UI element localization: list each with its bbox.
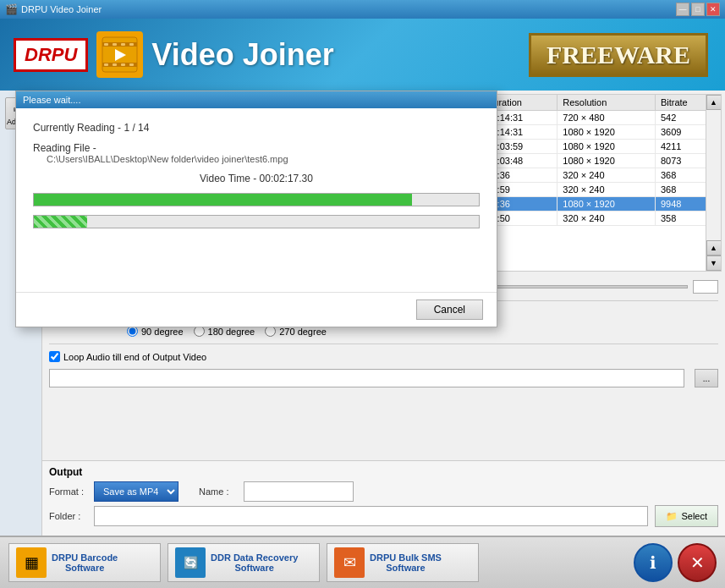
audio-browse-button[interactable]: ... [695, 369, 718, 387]
cell-resolution: 1080 × 1920 [557, 140, 656, 154]
output-format-row: Format : Save as MP4 Name : video_joiner… [49, 481, 718, 502]
freeware-badge: FREEWARE [529, 33, 708, 77]
svg-rect-7 [104, 63, 108, 66]
name-label: Name : [199, 486, 237, 497]
cell-resolution: 320 × 240 [557, 183, 656, 197]
svg-rect-4 [113, 43, 117, 46]
title-bar-icon: 🎬 [5, 3, 18, 15]
film-icon [96, 31, 143, 78]
cell-resolution: 320 × 240 [557, 168, 656, 183]
title-bar: 🎬 DRPU Video Joiner — □ ✕ [0, 0, 725, 19]
svg-rect-6 [129, 43, 134, 46]
degree180-label: 180 degree [208, 327, 255, 337]
audio-row: Loop Audio till end of Output Video [49, 349, 718, 364]
footer-app-sms[interactable]: ✉ DRPU Bulk SMSSoftware [327, 543, 479, 582]
output-section: Output Format : Save as MP4 Name : video… [42, 460, 725, 536]
degree90-label: 90 degree [141, 327, 184, 337]
cell-resolution: 1080 × 1920 [557, 197, 656, 212]
modal-footer: Cancel [16, 292, 497, 327]
sms-icon: ✉ [334, 547, 365, 578]
svg-rect-8 [113, 63, 117, 66]
minimize-button[interactable]: — [676, 3, 689, 16]
modal-title: Please wait.... [23, 95, 80, 105]
select-label: Select [681, 511, 707, 521]
modal-content: Currently Reading - 1 / 14 Reading File … [16, 108, 497, 292]
header: DRPU Video Joiner FREEWARE [0, 19, 725, 91]
output-title: Output [49, 466, 718, 478]
modal-title-bar: Please wait.... [16, 91, 497, 108]
title-bar-text: DRPU Video Joiner [21, 4, 102, 14]
folder-input[interactable]: C:\Users\IBALL\Desktop\New folder\video … [94, 506, 648, 526]
cancel-button[interactable]: Cancel [416, 299, 483, 320]
slider-value-input[interactable]: 25 [693, 280, 718, 294]
degree270-label: 270 degree [279, 327, 327, 337]
svg-rect-3 [104, 43, 108, 46]
app-title: Video Joiner [151, 37, 333, 73]
output-folder-row: Folder : C:\Users\IBALL\Desktop\New fold… [49, 505, 718, 527]
cell-resolution: 1080 × 1920 [557, 125, 656, 140]
col-resolution: Resolution [557, 95, 656, 111]
footer-app-barcode[interactable]: ▦ DRPU BarcodeSoftware [8, 543, 161, 582]
scroll-up2-button[interactable]: ▲ [706, 240, 722, 256]
loop-audio-checkbox[interactable] [49, 351, 60, 362]
video-time: Video Time - 00:02:17.30 [33, 173, 480, 184]
scroll-down-button[interactable]: ▼ [706, 256, 722, 271]
reading-text: Currently Reading - 1 / 14 [33, 122, 480, 134]
footer: ▦ DRPU BarcodeSoftware 🔄 DDR Data Recove… [0, 536, 725, 588]
folder-label: Folder : [49, 511, 87, 521]
scrollbar: ▲ ▲ ▼ [706, 95, 721, 271]
progress-dialog: Please wait.... Currently Reading - 1 / … [15, 91, 497, 327]
progress-bar-1 [33, 193, 480, 206]
progress-bar-2 [33, 215, 480, 228]
title-bar-controls[interactable]: — □ ✕ [676, 3, 720, 16]
format-label: Format : [49, 486, 87, 497]
info-button[interactable]: ℹ [634, 543, 673, 582]
loop-audio-label: Loop Audio till end of Output Video [63, 352, 206, 362]
cell-resolution: 1080 × 1920 [557, 154, 656, 168]
loop-audio-checkbox-label[interactable]: Loop Audio till end of Output Video [49, 351, 206, 362]
barcode-icon: ▦ [16, 547, 47, 578]
footer-app-ddr[interactable]: 🔄 DDR Data RecoverySoftware [168, 543, 320, 582]
progress-fill-2 [34, 216, 87, 228]
reading-file-path: C:\Users\IBALL\Desktop\New folder\video … [47, 154, 480, 164]
close-button[interactable]: ✕ [706, 3, 720, 16]
cell-resolution: 320 × 240 [557, 212, 656, 226]
close-footer-icon: ✕ [690, 552, 705, 573]
format-select[interactable]: Save as MP4 [94, 481, 179, 502]
svg-rect-10 [129, 63, 134, 66]
footer-right: ℹ ✕ [634, 543, 717, 582]
ddr-icon: 🔄 [175, 547, 206, 578]
audio-file-row: C:\Users\IBALL\Desktop\songs\test_music.… [49, 367, 718, 389]
maximize-button[interactable]: □ [691, 3, 705, 16]
svg-rect-5 [121, 43, 125, 46]
cell-resolution: 720 × 480 [557, 111, 656, 125]
reading-file-container: Reading File - C:\Users\IBALL\Desktop\Ne… [33, 142, 480, 164]
select-button[interactable]: 📁 Select [655, 505, 718, 527]
folder-icon: 📁 [666, 511, 678, 522]
progress-fill-1 [34, 194, 412, 206]
audio-file-input[interactable]: C:\Users\IBALL\Desktop\songs\test_music.… [49, 369, 684, 387]
svg-rect-9 [121, 63, 125, 66]
reading-file-label: Reading File - [33, 142, 480, 154]
info-icon: ℹ [650, 552, 656, 573]
divider-2 [49, 343, 718, 344]
scroll-up-button[interactable]: ▲ [706, 95, 722, 110]
name-input[interactable]: video_joiner1 [244, 481, 354, 502]
title-bar-left: 🎬 DRPU Video Joiner [5, 3, 102, 15]
ddr-app-label: DDR Data RecoverySoftware [211, 552, 298, 573]
close-footer-button[interactable]: ✕ [678, 543, 717, 582]
barcode-app-label: DRPU BarcodeSoftware [52, 552, 118, 573]
drpu-logo: DRPU [14, 38, 88, 72]
sms-app-label: DRPU Bulk SMSSoftware [370, 552, 442, 573]
